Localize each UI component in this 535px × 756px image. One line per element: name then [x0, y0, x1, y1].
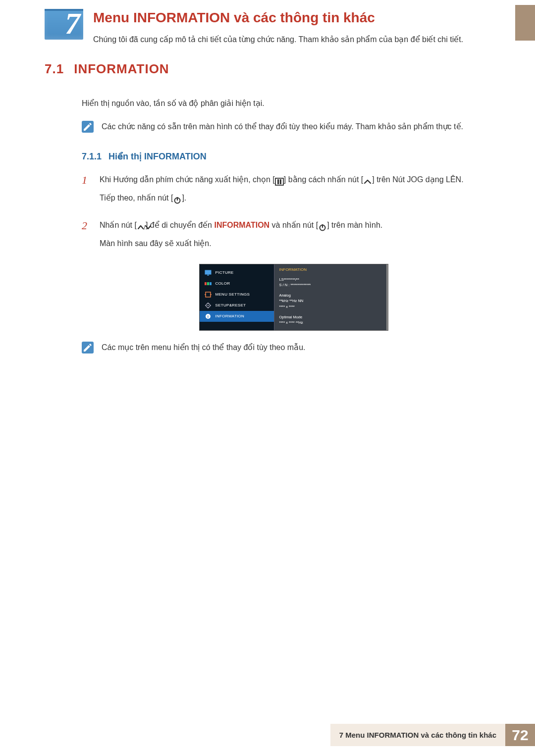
osd-item-label: MENU SETTINGS [215, 292, 250, 297]
osd-info-line: **kHz **Hz NN [279, 298, 383, 303]
footer-page-number: 72 [505, 724, 535, 746]
step-text: Khi Hướng dẫn phím chức năng xuất hiện, … [100, 173, 505, 209]
osd-menu: PICTURE COLOR MENU SETTINGS SETUP&RESET [200, 264, 274, 331]
svg-rect-10 [205, 282, 207, 285]
osd-item-label: COLOR [215, 281, 230, 286]
osd-info-line: **** x **** **Hz [279, 320, 383, 325]
step-number: 1 [82, 173, 91, 209]
text: Nhấn nút [ [100, 221, 137, 229]
text: ]. [182, 194, 186, 202]
text: ] trên màn hình. [327, 221, 382, 229]
text: ] để di chuyển đến [146, 221, 214, 229]
osd-info-line: Optimal Mode [279, 314, 383, 320]
footer-title: 7 Menu INFORMATION và các thông tin khác [330, 724, 505, 746]
section-body: Hiển thị nguồn vào, tần số và độ phân gi… [45, 97, 505, 110]
monitor-icon [205, 270, 212, 276]
step-number: 2 [82, 218, 91, 255]
gear-icon [205, 302, 212, 308]
step: 2 Nhấn nút [/] để di chuyển đến INFORMAT… [82, 218, 505, 255]
osd-panel-title: INFORMATION [279, 267, 383, 272]
svg-text:i: i [207, 314, 209, 319]
text: ] trên Nút JOG dạng LÊN. [372, 175, 463, 184]
text: Khi Hướng dẫn phím chức năng xuất hiện, … [100, 175, 275, 184]
note-block: Các chức năng có sẵn trên màn hình có th… [82, 120, 505, 133]
osd-menu-item: MENU SETTINGS [200, 289, 274, 300]
svg-rect-1 [277, 179, 279, 184]
svg-point-17 [207, 304, 208, 305]
page-footer: 7 Menu INFORMATION và các thông tin khác… [0, 724, 535, 746]
svg-rect-11 [207, 282, 209, 285]
note-text: Các mục trên menu hiển thị có thể thay đ… [102, 341, 505, 354]
note-text: Các chức năng có sẵn trên màn hình có th… [102, 120, 505, 133]
note-block: Các mục trên menu hiển thị có thể thay đ… [82, 341, 505, 354]
osd-info-block: Optimal Mode **** x **** **Hz [279, 314, 383, 326]
info-icon: i [205, 313, 212, 319]
section-title: INFORMATION [74, 61, 169, 77]
osd-panel: INFORMATION LS********/** S / N : ******… [274, 264, 388, 331]
subsection-number: 7.1.1 [82, 151, 102, 162]
svg-rect-0 [275, 178, 283, 185]
section-number: 7.1 [45, 61, 64, 77]
osd-menu-item: SETUP&RESET [200, 300, 274, 311]
osd-menu-item-selected: i INFORMATION [200, 311, 274, 322]
osd-info-line: LS********/** [279, 277, 383, 282]
color-icon [205, 281, 212, 287]
subsection-title: Hiển thị INFORMATION [108, 151, 207, 162]
osd-info-block: LS********/** S / N : ************** [279, 277, 383, 288]
section-heading: 7.1 INFORMATION [45, 61, 505, 77]
note-pencil-icon [82, 342, 94, 353]
step: 1 Khi Hướng dẫn phím chức năng xuất hiện… [82, 173, 505, 209]
svg-rect-13 [206, 292, 211, 297]
power-icon [173, 195, 182, 202]
osd-item-label: SETUP&RESET [215, 303, 246, 307]
svg-rect-2 [280, 179, 281, 184]
osd-item-label: INFORMATION [215, 314, 245, 318]
text: Tiếp theo, nhấn nút [ [100, 194, 173, 202]
osd-menu-item: COLOR [200, 278, 274, 289]
chapter-number: 7 [65, 6, 80, 41]
osd-screenshot: PICTURE COLOR MENU SETTINGS SETUP&RESET [199, 264, 388, 331]
osd-info-block: Analog **kHz **Hz NN **** x **** [279, 293, 383, 309]
chapter-title: Menu INFORMATION và các thông tin khác [93, 10, 505, 26]
text-strong: INFORMATION [214, 221, 269, 229]
osd-item-label: PICTURE [215, 270, 234, 275]
chapter-badge: 7 [45, 9, 83, 40]
step-text: Nhấn nút [/] để di chuyển đến INFORMATIO… [100, 218, 505, 255]
side-color-tab [515, 5, 535, 41]
frame-icon [205, 292, 212, 298]
osd-info-line: **** x **** [279, 304, 383, 309]
svg-rect-8 [205, 270, 211, 274]
chevron-up-icon [363, 176, 372, 184]
text: và nhấn nút [ [269, 221, 318, 229]
text: ] bằng cách nhấn nút [ [284, 175, 364, 184]
chapter-header: 7 Menu INFORMATION và các thông tin khác… [0, 0, 535, 47]
svg-rect-9 [207, 275, 209, 276]
chevron-up-down-icon: / [137, 222, 146, 230]
menu-square-icon [275, 176, 284, 184]
osd-info-line: S / N : ************** [279, 282, 383, 288]
note-pencil-icon [82, 121, 94, 133]
osd-menu-item: PICTURE [200, 267, 274, 278]
subsection-heading: 7.1.1 Hiển thị INFORMATION [82, 151, 505, 162]
power-icon [318, 222, 327, 230]
osd-info-line: Analog [279, 293, 383, 298]
chapter-intro: Chúng tôi đã cung cấp mô tả chi tiết của… [93, 33, 505, 47]
svg-rect-12 [210, 282, 212, 285]
text: Màn hình sau đây sẽ xuất hiện. [100, 237, 505, 251]
